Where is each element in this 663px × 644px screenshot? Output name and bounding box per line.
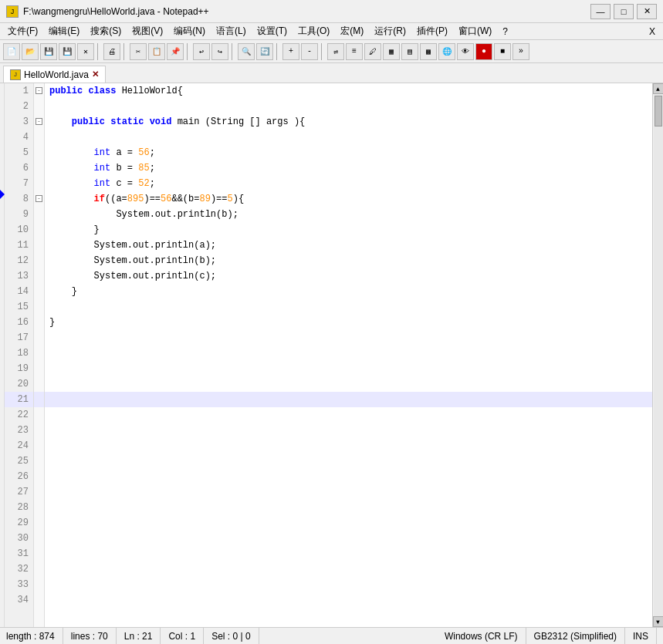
line-num-1: 1 bbox=[5, 83, 33, 99]
menu-language[interactable]: 语言(L) bbox=[211, 23, 251, 39]
code-line-4 bbox=[45, 130, 652, 145]
code-line-31 bbox=[45, 546, 652, 561]
toolbar-zoom-in[interactable]: + bbox=[282, 43, 299, 60]
toolbar-separator-1 bbox=[97, 43, 100, 60]
line-num-7: 7 bbox=[5, 176, 33, 191]
toolbar-separator-6 bbox=[321, 43, 324, 60]
line-num-5: 5 bbox=[5, 145, 33, 160]
menu-bar: 文件(F) 编辑(E) 搜索(S) 视图(V) 编码(N) 语言(L) 设置(T… bbox=[0, 23, 663, 40]
toolbar-replace[interactable]: 🔄 bbox=[256, 43, 273, 60]
menu-settings[interactable]: 设置(T) bbox=[252, 23, 292, 39]
fold-1[interactable]: - bbox=[34, 83, 44, 99]
scroll-down-arrow[interactable]: ▼ bbox=[653, 616, 664, 627]
vertical-scrollbar[interactable]: ▲ ▼ bbox=[652, 83, 663, 627]
toolbar-more[interactable]: » bbox=[512, 43, 529, 60]
toolbar-b5[interactable]: 🌐 bbox=[438, 43, 455, 60]
fold-30 bbox=[34, 531, 44, 546]
toolbar-redo[interactable]: ↪ bbox=[211, 43, 228, 60]
line-num-17: 17 bbox=[5, 330, 33, 346]
fold-29 bbox=[34, 515, 44, 531]
menu-run[interactable]: 运行(R) bbox=[370, 23, 411, 39]
tab-close-button[interactable]: ✕ bbox=[92, 69, 99, 79]
line-num-15: 15 bbox=[5, 299, 33, 315]
fold-8[interactable]: - bbox=[34, 191, 44, 207]
menu-edit[interactable]: 编辑(E) bbox=[44, 23, 84, 39]
menu-help[interactable]: ? bbox=[498, 25, 512, 39]
toolbar-b3[interactable]: ▤ bbox=[401, 43, 418, 60]
code-line-16: } bbox=[45, 315, 652, 330]
toolbar-save-all[interactable]: 💾 bbox=[59, 43, 76, 60]
code-line-1: public class HelloWorld{ bbox=[45, 83, 652, 99]
tab-helloworld[interactable]: J HelloWorld.java ✕ bbox=[3, 66, 106, 83]
toolbar-copy[interactable]: 📋 bbox=[148, 43, 165, 60]
toolbar-paste[interactable]: 📌 bbox=[167, 43, 184, 60]
fold-5 bbox=[34, 145, 44, 160]
toolbar-b2[interactable]: ▦ bbox=[383, 43, 400, 60]
title-bar: J F:\wangmengru\HelloWorld.java - Notepa… bbox=[0, 0, 663, 23]
scroll-up-arrow[interactable]: ▲ bbox=[653, 83, 664, 94]
status-sel: Sel : 0 | 0 bbox=[204, 628, 259, 644]
toolbar-b7[interactable]: ● bbox=[475, 43, 492, 60]
menu-search[interactable]: 搜索(S) bbox=[86, 23, 126, 39]
toolbar-find[interactable]: 🔍 bbox=[238, 43, 255, 60]
menu-window[interactable]: 窗口(W) bbox=[454, 23, 496, 39]
fold-13 bbox=[34, 268, 44, 284]
toolbar-print[interactable]: 🖨 bbox=[103, 43, 120, 60]
code-line-34 bbox=[45, 592, 652, 608]
code-line-8: if((a=895)==56&&(b=89)==5){ bbox=[45, 191, 652, 207]
line-num-12: 12 bbox=[5, 253, 33, 268]
line-num-19: 19 bbox=[5, 361, 33, 376]
status-charset: GB2312 (Simplified) bbox=[526, 628, 625, 644]
toolbar-new[interactable]: 📄 bbox=[3, 43, 20, 60]
fold-10 bbox=[34, 222, 44, 238]
menu-encoding[interactable]: 编码(N) bbox=[169, 23, 210, 39]
toolbar-close[interactable]: ✕ bbox=[77, 43, 94, 60]
toolbar-open[interactable]: 📂 bbox=[22, 43, 39, 60]
toolbar-b8[interactable]: ■ bbox=[494, 43, 511, 60]
fold-26 bbox=[34, 469, 44, 484]
code-line-2 bbox=[45, 99, 652, 114]
close-button[interactable]: ✕ bbox=[637, 4, 657, 19]
toolbar-b6[interactable]: 👁 bbox=[457, 43, 474, 60]
code-line-20 bbox=[45, 376, 652, 392]
fold-7 bbox=[34, 176, 44, 191]
code-line-19 bbox=[45, 361, 652, 376]
fold-27 bbox=[34, 484, 44, 500]
toolbar-indent[interactable]: ≡ bbox=[346, 43, 363, 60]
menu-close-app[interactable]: X bbox=[644, 25, 660, 39]
scroll-track[interactable] bbox=[654, 94, 663, 616]
line-num-18: 18 bbox=[5, 346, 33, 361]
toolbar-highlight[interactable]: 🖊 bbox=[364, 43, 381, 60]
minimize-button[interactable]: — bbox=[590, 4, 611, 19]
menu-plugins[interactable]: 插件(P) bbox=[412, 23, 452, 39]
fold-15 bbox=[34, 299, 44, 315]
menu-file[interactable]: 文件(F) bbox=[3, 23, 42, 39]
left-marker bbox=[0, 83, 5, 627]
line-num-13: 13 bbox=[5, 268, 33, 284]
toolbar-b4[interactable]: ▩ bbox=[420, 43, 437, 60]
fold-31 bbox=[34, 546, 44, 561]
fold-4 bbox=[34, 130, 44, 145]
fold-3[interactable]: - bbox=[34, 114, 44, 130]
toolbar-save[interactable]: 💾 bbox=[40, 43, 57, 60]
line-num-21: 21 bbox=[5, 392, 33, 407]
maximize-button[interactable]: □ bbox=[614, 4, 634, 19]
line-num-31: 31 bbox=[5, 546, 33, 561]
code-editor[interactable]: public class HelloWorld{ public static v… bbox=[45, 83, 652, 627]
toolbar-wrap[interactable]: ⇌ bbox=[327, 43, 344, 60]
line-num-16: 16 bbox=[5, 315, 33, 330]
menu-view[interactable]: 视图(V) bbox=[127, 23, 167, 39]
fold-34 bbox=[34, 592, 44, 608]
tab-label: HelloWorld.java bbox=[24, 69, 89, 80]
code-line-18 bbox=[45, 346, 652, 361]
status-col: Col : 1 bbox=[161, 628, 204, 644]
fold-25 bbox=[34, 453, 44, 469]
line-num-20: 20 bbox=[5, 376, 33, 392]
toolbar-undo[interactable]: ↩ bbox=[193, 43, 210, 60]
toolbar-zoom-out[interactable]: - bbox=[301, 43, 318, 60]
menu-macro[interactable]: 宏(M) bbox=[336, 23, 368, 39]
toolbar-cut[interactable]: ✂ bbox=[130, 43, 147, 60]
scroll-thumb[interactable] bbox=[655, 96, 662, 126]
fold-20 bbox=[34, 376, 44, 392]
menu-tools[interactable]: 工具(O) bbox=[293, 23, 334, 39]
